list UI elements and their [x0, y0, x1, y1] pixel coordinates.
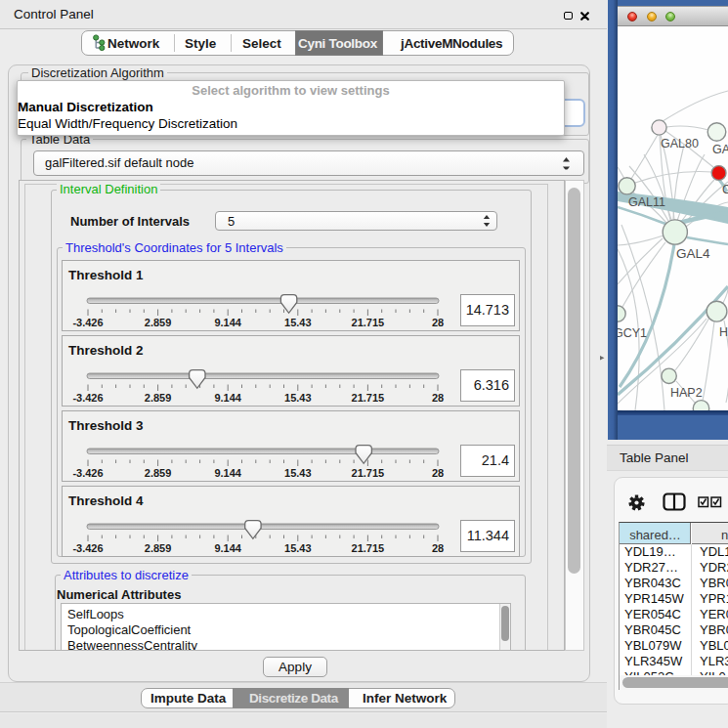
svg-text:-3.426: -3.426 [72, 392, 103, 404]
svg-text:15.43: 15.43 [284, 467, 312, 479]
svg-text:CY: CY [722, 183, 728, 196]
svg-text:15.43: 15.43 [284, 392, 312, 404]
svg-text:GCY1: GCY1 [618, 326, 647, 340]
svg-text:-3.426: -3.426 [72, 317, 103, 328]
svg-text:28: 28 [432, 542, 444, 554]
svg-text:21.715: 21.715 [352, 467, 385, 479]
svg-text:GAL: GAL [712, 143, 728, 156]
svg-text:2.859: 2.859 [145, 317, 172, 328]
svg-text:21.715: 21.715 [352, 542, 385, 554]
svg-text:GAL80: GAL80 [661, 137, 699, 150]
svg-text:9.144: 9.144 [214, 392, 241, 404]
svg-text:GAL4: GAL4 [676, 246, 710, 261]
svg-text:9.144: 9.144 [214, 467, 241, 479]
svg-text:15.43: 15.43 [284, 542, 312, 554]
svg-text:-3.426: -3.426 [72, 467, 103, 479]
svg-text:28: 28 [432, 392, 444, 404]
svg-text:9.144: 9.144 [214, 317, 241, 328]
svg-text:21.715: 21.715 [352, 392, 385, 404]
svg-text:2.859: 2.859 [145, 467, 172, 479]
svg-text:HI: HI [719, 325, 728, 339]
svg-text:15.43: 15.43 [284, 317, 312, 328]
svg-text:28: 28 [432, 317, 444, 328]
svg-text:2.859: 2.859 [145, 392, 172, 404]
svg-text:9.144: 9.144 [214, 542, 241, 554]
svg-text:GAL11: GAL11 [628, 195, 665, 209]
svg-text:21.715: 21.715 [352, 317, 385, 328]
svg-text:-3.426: -3.426 [72, 542, 103, 554]
svg-text:HAP2: HAP2 [670, 386, 703, 400]
svg-text:28: 28 [432, 467, 444, 479]
svg-text:2.859: 2.859 [145, 542, 172, 554]
